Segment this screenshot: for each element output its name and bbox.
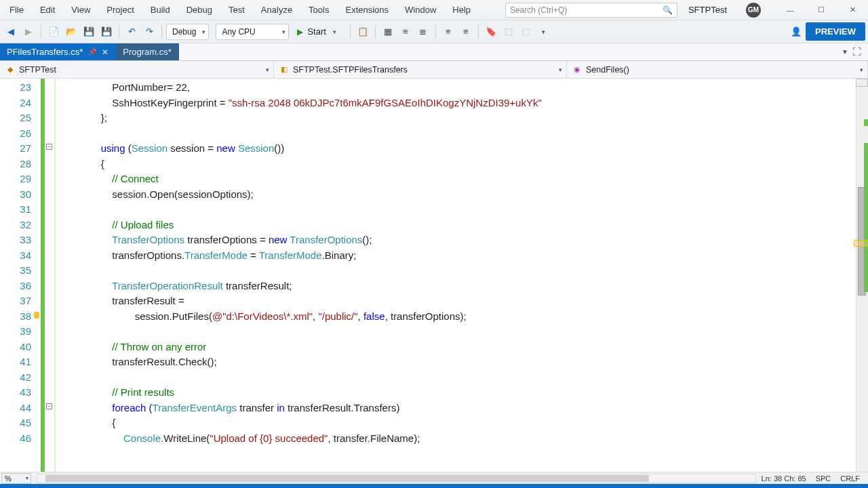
solution-name: SFTPTest (688, 5, 727, 15)
vertical-scrollbar[interactable] (856, 79, 868, 472)
tab-label: Program.cs* (123, 47, 172, 57)
close-button[interactable]: ✕ (837, 0, 868, 20)
code-editor[interactable]: 2324252627282930313233343536373839404142… (0, 79, 868, 472)
zoom-dropdown[interactable]: % (1, 473, 31, 484)
caret-position: Ln: 38 Ch: 85 (762, 474, 806, 483)
maximize-button[interactable]: ☐ (806, 0, 837, 20)
live-share-icon[interactable]: 👤 (788, 24, 804, 40)
toolbar-icon[interactable]: ⬚ (500, 24, 517, 40)
menu-help[interactable]: Help (444, 1, 479, 18)
menu-window[interactable]: Window (397, 1, 444, 18)
editor-bottom-bar: % Ln: 38 Ch: 85 SPC CRLF (0, 472, 868, 484)
menu-edit[interactable]: Edit (32, 1, 63, 18)
csharp-project-icon: ◆ (5, 65, 15, 75)
horizontal-scrollbar[interactable] (37, 474, 756, 483)
member-name: SendFiles() (586, 65, 629, 75)
start-debug-button[interactable]: ▶ Start ▾ (294, 24, 345, 40)
pin-icon[interactable]: 📌 (88, 48, 96, 56)
minimize-button[interactable]: — (774, 0, 806, 20)
save-icon[interactable]: 💾 (81, 24, 97, 40)
nav-back-button[interactable]: ◀ (3, 24, 19, 40)
redo-button[interactable]: ↷ (141, 24, 157, 40)
fold-toggle[interactable]: − (46, 144, 52, 150)
menu-tools[interactable]: Tools (300, 1, 337, 18)
tab-label: PFilesTransfers.cs* (7, 47, 83, 57)
toolbar-icon[interactable]: ▦ (380, 24, 396, 40)
tab-inactive[interactable]: Program.cs* (116, 43, 179, 60)
comment-icon[interactable]: ≡ (440, 24, 456, 40)
menu-build[interactable]: Build (142, 1, 178, 18)
nav-forward-button[interactable]: ▶ (20, 24, 37, 40)
close-tab-icon[interactable]: ✕ (102, 47, 108, 57)
save-all-icon[interactable]: 💾 (98, 24, 115, 40)
menu-bar: FileEditViewProjectBuildDebugTestAnalyze… (0, 0, 868, 20)
project-name: SFTPTest (19, 65, 56, 75)
new-project-icon[interactable]: 📄 (45, 24, 62, 40)
toolbar-icon[interactable]: ⬚ (518, 24, 534, 40)
menu-test[interactable]: Test (220, 1, 253, 18)
undo-button[interactable]: ↶ (123, 24, 140, 40)
class-icon: ◧ (279, 65, 289, 75)
line-number-gutter: 2324252627282930313233343536373839404142… (0, 79, 41, 472)
menu-extensions[interactable]: Extensions (337, 1, 397, 18)
tab-fullscreen-icon[interactable]: ⛶ (852, 47, 861, 57)
main-menu: FileEditViewProjectBuildDebugTestAnalyze… (0, 1, 479, 18)
method-icon: ◉ (572, 65, 582, 75)
preview-button[interactable]: PREVIEW (806, 22, 865, 41)
uncomment-icon[interactable]: ≡ (458, 24, 474, 40)
menu-debug[interactable]: Debug (178, 1, 220, 18)
tab-active[interactable]: PFilesTransfers.cs* 📌 ✕ (0, 43, 116, 60)
user-avatar[interactable]: GM (746, 3, 761, 18)
line-endings[interactable]: CRLF (840, 474, 860, 483)
project-dropdown[interactable]: ◆ SFTPTest (0, 61, 274, 78)
menu-analyze[interactable]: Analyze (253, 1, 300, 18)
outlining-margin[interactable]: −− (45, 79, 54, 472)
code-surface[interactable]: PortNumber= 22, SshHostKeyFingerprint = … (56, 79, 856, 472)
tab-dropdown-icon[interactable]: ▼ (842, 48, 848, 56)
member-dropdown[interactable]: ◉ SendFiles() (567, 61, 868, 78)
search-icon: 🔍 (663, 5, 673, 15)
quick-search-input[interactable]: Search (Ctrl+Q) 🔍 (505, 3, 677, 18)
toolbar-icon[interactable]: 📋 (355, 24, 371, 40)
status-bar: tem(s) Saved ▲ Add to Source Control ▴ 🔔… (0, 484, 868, 488)
class-dropdown[interactable]: ◧ SFTPTest.SFTPFilesTransfers (274, 61, 567, 78)
fold-toggle[interactable]: − (46, 403, 52, 409)
toolbar-overflow-icon[interactable]: ▾ (536, 24, 552, 40)
solution-config-dropdown[interactable]: Debug (166, 24, 209, 40)
open-file-icon[interactable]: 📂 (63, 24, 79, 40)
indent-mode[interactable]: SPC (816, 474, 831, 483)
menu-file[interactable]: File (1, 1, 32, 18)
solution-platform-dropdown[interactable]: Any CPU (216, 24, 289, 40)
toolbar-icon[interactable]: ≡ (397, 24, 414, 40)
start-label: Start (307, 26, 326, 37)
search-placeholder: Search (Ctrl+Q) (510, 5, 567, 15)
play-icon: ▶ (297, 27, 303, 37)
split-box[interactable] (856, 79, 868, 87)
standard-toolbar: ◀ ▶ 📄 📂 💾 💾 ↶ ↷ Debug Any CPU ▶ Start ▾ … (0, 20, 868, 43)
navigation-bar: ◆ SFTPTest ◧ SFTPTest.SFTPFilesTransfers… (0, 61, 868, 79)
caret-position-indicator (854, 240, 868, 247)
document-tabs: PFilesTransfers.cs* 📌 ✕ Program.cs* ▼ ⛶ (0, 43, 868, 61)
toolbar-icon[interactable]: ≣ (415, 24, 431, 40)
outline-guide (54, 79, 56, 472)
class-name: SFTPTest.SFTPFilesTransfers (293, 65, 408, 75)
bookmark-icon[interactable]: 🔖 (483, 24, 499, 40)
window-buttons: — ☐ ✕ (774, 0, 868, 20)
menu-project[interactable]: Project (98, 1, 142, 18)
menu-view[interactable]: View (63, 1, 98, 18)
